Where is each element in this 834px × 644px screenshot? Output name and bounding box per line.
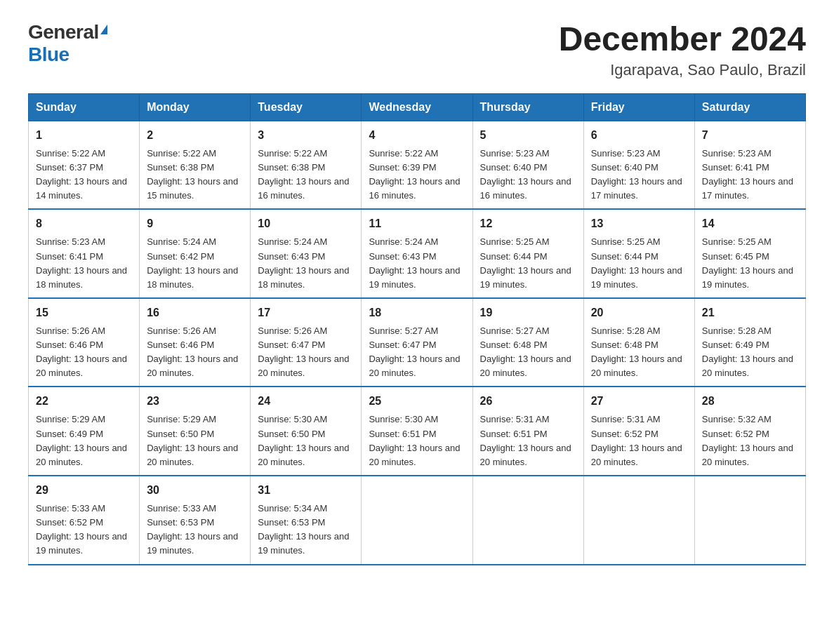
- day-number: 28: [702, 393, 798, 410]
- day-info: Sunrise: 5:26 AMSunset: 6:47 PMDaylight:…: [258, 326, 349, 378]
- day-info: Sunrise: 5:31 AMSunset: 6:51 PMDaylight:…: [480, 414, 571, 467]
- day-info: Sunrise: 5:23 AMSunset: 6:40 PMDaylight:…: [480, 148, 571, 201]
- logo-general-text: General: [28, 21, 99, 43]
- calendar-cell: 21 Sunrise: 5:28 AMSunset: 6:49 PMDaylig…: [694, 298, 805, 387]
- header-friday: Friday: [583, 93, 694, 121]
- calendar-cell: 9 Sunrise: 5:24 AMSunset: 6:42 PMDayligh…: [140, 209, 251, 298]
- day-number: 29: [36, 482, 132, 499]
- calendar-cell: 15 Sunrise: 5:26 AMSunset: 6:46 PMDaylig…: [29, 298, 140, 387]
- day-info: Sunrise: 5:28 AMSunset: 6:48 PMDaylight:…: [591, 326, 682, 378]
- day-number: 19: [480, 304, 576, 321]
- header-monday: Monday: [140, 93, 251, 121]
- calendar-cell: 26 Sunrise: 5:31 AMSunset: 6:51 PMDaylig…: [472, 387, 583, 476]
- calendar-cell: 24 Sunrise: 5:30 AMSunset: 6:50 PMDaylig…: [251, 387, 362, 476]
- calendar-cell: 10 Sunrise: 5:24 AMSunset: 6:43 PMDaylig…: [251, 209, 362, 298]
- header-wednesday: Wednesday: [362, 93, 472, 121]
- calendar-cell: 16 Sunrise: 5:26 AMSunset: 6:46 PMDaylig…: [140, 298, 251, 387]
- calendar-cell: 1 Sunrise: 5:22 AMSunset: 6:37 PMDayligh…: [29, 121, 140, 209]
- calendar-cell: 13 Sunrise: 5:25 AMSunset: 6:44 PMDaylig…: [583, 209, 694, 298]
- week-row-5: 29 Sunrise: 5:33 AMSunset: 6:52 PMDaylig…: [29, 476, 806, 565]
- logo-arrow-icon: [100, 25, 107, 34]
- day-info: Sunrise: 5:29 AMSunset: 6:49 PMDaylight:…: [36, 414, 127, 467]
- day-number: 11: [369, 215, 465, 232]
- week-row-2: 8 Sunrise: 5:23 AMSunset: 6:41 PMDayligh…: [29, 209, 806, 298]
- calendar-cell: 29 Sunrise: 5:33 AMSunset: 6:52 PMDaylig…: [29, 476, 140, 565]
- header-sunday: Sunday: [29, 93, 140, 121]
- day-number: 31: [258, 482, 354, 499]
- calendar-cell: 18 Sunrise: 5:27 AMSunset: 6:47 PMDaylig…: [362, 298, 472, 387]
- day-info: Sunrise: 5:24 AMSunset: 6:43 PMDaylight:…: [258, 236, 349, 289]
- day-info: Sunrise: 5:24 AMSunset: 6:42 PMDaylight:…: [147, 236, 238, 289]
- day-number: 16: [147, 304, 243, 321]
- calendar-cell: [583, 476, 694, 565]
- day-info: Sunrise: 5:25 AMSunset: 6:44 PMDaylight:…: [480, 236, 571, 289]
- day-info: Sunrise: 5:22 AMSunset: 6:39 PMDaylight:…: [369, 148, 460, 201]
- calendar-title: December 2024: [559, 21, 806, 58]
- day-info: Sunrise: 5:26 AMSunset: 6:46 PMDaylight:…: [36, 326, 127, 378]
- day-number: 22: [36, 393, 132, 410]
- calendar-cell: 8 Sunrise: 5:23 AMSunset: 6:41 PMDayligh…: [29, 209, 140, 298]
- day-number: 10: [258, 215, 354, 232]
- day-info: Sunrise: 5:23 AMSunset: 6:40 PMDaylight:…: [591, 148, 682, 201]
- day-info: Sunrise: 5:34 AMSunset: 6:53 PMDaylight:…: [258, 503, 349, 556]
- calendar-cell: 4 Sunrise: 5:22 AMSunset: 6:39 PMDayligh…: [362, 121, 472, 209]
- day-number: 23: [147, 393, 243, 410]
- day-info: Sunrise: 5:26 AMSunset: 6:46 PMDaylight:…: [147, 326, 238, 378]
- day-info: Sunrise: 5:22 AMSunset: 6:38 PMDaylight:…: [258, 148, 349, 201]
- calendar-cell: 6 Sunrise: 5:23 AMSunset: 6:40 PMDayligh…: [583, 121, 694, 209]
- day-info: Sunrise: 5:22 AMSunset: 6:37 PMDaylight:…: [36, 148, 127, 201]
- day-info: Sunrise: 5:22 AMSunset: 6:38 PMDaylight:…: [147, 148, 238, 201]
- day-info: Sunrise: 5:23 AMSunset: 6:41 PMDaylight:…: [36, 236, 127, 289]
- calendar-cell: 14 Sunrise: 5:25 AMSunset: 6:45 PMDaylig…: [694, 209, 805, 298]
- calendar-cell: 23 Sunrise: 5:29 AMSunset: 6:50 PMDaylig…: [140, 387, 251, 476]
- day-number: 21: [702, 304, 798, 321]
- calendar-cell: 7 Sunrise: 5:23 AMSunset: 6:41 PMDayligh…: [694, 121, 805, 209]
- calendar-cell: [472, 476, 583, 565]
- week-row-3: 15 Sunrise: 5:26 AMSunset: 6:46 PMDaylig…: [29, 298, 806, 387]
- day-info: Sunrise: 5:25 AMSunset: 6:45 PMDaylight:…: [702, 236, 793, 289]
- day-number: 12: [480, 215, 576, 232]
- day-info: Sunrise: 5:30 AMSunset: 6:50 PMDaylight:…: [258, 414, 349, 467]
- calendar-cell: 5 Sunrise: 5:23 AMSunset: 6:40 PMDayligh…: [472, 121, 583, 209]
- calendar-cell: 22 Sunrise: 5:29 AMSunset: 6:49 PMDaylig…: [29, 387, 140, 476]
- calendar-cell: 20 Sunrise: 5:28 AMSunset: 6:48 PMDaylig…: [583, 298, 694, 387]
- day-info: Sunrise: 5:31 AMSunset: 6:52 PMDaylight:…: [591, 414, 682, 467]
- day-info: Sunrise: 5:25 AMSunset: 6:44 PMDaylight:…: [591, 236, 682, 289]
- day-number: 4: [369, 127, 465, 144]
- day-number: 24: [258, 393, 354, 410]
- day-number: 15: [36, 304, 132, 321]
- week-row-1: 1 Sunrise: 5:22 AMSunset: 6:37 PMDayligh…: [29, 121, 806, 209]
- header-thursday: Thursday: [472, 93, 583, 121]
- day-info: Sunrise: 5:23 AMSunset: 6:41 PMDaylight:…: [702, 148, 793, 201]
- calendar-cell: 19 Sunrise: 5:27 AMSunset: 6:48 PMDaylig…: [472, 298, 583, 387]
- calendar-header: Sunday Monday Tuesday Wednesday Thursday…: [29, 93, 806, 121]
- calendar-body: 1 Sunrise: 5:22 AMSunset: 6:37 PMDayligh…: [29, 121, 806, 564]
- day-info: Sunrise: 5:33 AMSunset: 6:53 PMDaylight:…: [147, 503, 238, 556]
- logo-blue-text: Blue: [28, 43, 70, 66]
- calendar-cell: [362, 476, 472, 565]
- day-number: 13: [591, 215, 687, 232]
- page-header: General Blue December 2024 Igarapava, Sa…: [28, 21, 806, 79]
- header-saturday: Saturday: [694, 93, 805, 121]
- calendar-cell: 31 Sunrise: 5:34 AMSunset: 6:53 PMDaylig…: [251, 476, 362, 565]
- calendar-cell: 3 Sunrise: 5:22 AMSunset: 6:38 PMDayligh…: [251, 121, 362, 209]
- day-number: 3: [258, 127, 354, 144]
- day-number: 27: [591, 393, 687, 410]
- header-tuesday: Tuesday: [251, 93, 362, 121]
- day-info: Sunrise: 5:33 AMSunset: 6:52 PMDaylight:…: [36, 503, 127, 556]
- day-info: Sunrise: 5:30 AMSunset: 6:51 PMDaylight:…: [369, 414, 460, 467]
- day-number: 2: [147, 127, 243, 144]
- day-number: 6: [591, 127, 687, 144]
- logo: General Blue: [28, 21, 107, 66]
- calendar-table: Sunday Monday Tuesday Wednesday Thursday…: [28, 93, 806, 565]
- calendar-cell: [694, 476, 805, 565]
- calendar-cell: 27 Sunrise: 5:31 AMSunset: 6:52 PMDaylig…: [583, 387, 694, 476]
- calendar-cell: 17 Sunrise: 5:26 AMSunset: 6:47 PMDaylig…: [251, 298, 362, 387]
- calendar-cell: 12 Sunrise: 5:25 AMSunset: 6:44 PMDaylig…: [472, 209, 583, 298]
- day-number: 14: [702, 215, 798, 232]
- calendar-cell: 11 Sunrise: 5:24 AMSunset: 6:43 PMDaylig…: [362, 209, 472, 298]
- calendar-subtitle: Igarapava, Sao Paulo, Brazil: [559, 61, 806, 79]
- day-number: 25: [369, 393, 465, 410]
- day-number: 26: [480, 393, 576, 410]
- day-info: Sunrise: 5:27 AMSunset: 6:47 PMDaylight:…: [369, 326, 460, 378]
